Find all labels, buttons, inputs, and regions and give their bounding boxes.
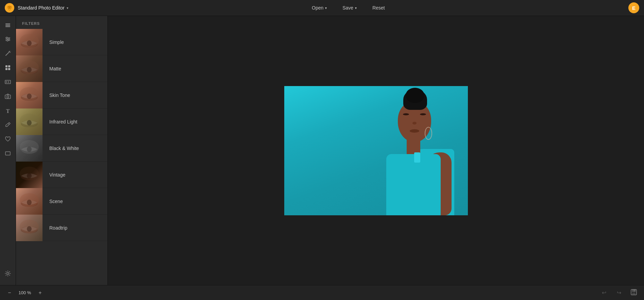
filter-label-simple: Simple — [43, 39, 64, 45]
filter-label-roadtrip: Roadtrip — [43, 225, 67, 231]
filter-panel: FILTERS Simple — [16, 16, 108, 285]
adjustments-button[interactable] — [2, 34, 14, 46]
plus-icon: + — [38, 290, 41, 296]
save-chevron-icon: ▾ — [355, 6, 357, 10]
minus-icon: − — [8, 290, 11, 296]
filmstrip-icon — [5, 79, 11, 86]
svg-rect-27 — [5, 152, 10, 155]
settings-icon — [5, 270, 11, 278]
zoom-controls: − 100 % + — [5, 289, 44, 297]
filter-thumb-inner-roadtrip — [16, 215, 43, 241]
svg-point-52 — [27, 200, 32, 205]
brush-button[interactable] — [2, 119, 14, 132]
photo-frame — [284, 86, 468, 215]
save-button[interactable]: Save ▾ — [340, 3, 359, 12]
svg-rect-23 — [8, 81, 9, 83]
zoom-level: 100 % — [16, 290, 33, 295]
filter-label-vintage: Vintage — [43, 172, 65, 178]
lips — [410, 129, 419, 133]
filter-thumb-skintone — [16, 82, 43, 109]
svg-rect-19 — [5, 68, 7, 70]
app-title: Standard Photo Editor — [18, 5, 65, 11]
text-button[interactable]: T — [2, 105, 14, 117]
filter-item-bw[interactable]: Black & White — [16, 135, 107, 162]
svg-point-13 — [9, 51, 10, 52]
topbar-actions: Open ▾ Save ▾ Reset — [68, 3, 628, 12]
filter-label-skintone: Skin Tone — [43, 93, 70, 98]
filters-button[interactable] — [2, 62, 14, 74]
svg-rect-4 — [5, 26, 10, 27]
filter-thumb-vintage — [16, 162, 43, 188]
earring — [425, 127, 432, 140]
undo-button[interactable]: ↩ — [599, 288, 609, 298]
svg-point-25 — [7, 96, 9, 98]
svg-rect-59 — [635, 290, 635, 291]
svg-point-37 — [27, 94, 32, 99]
reset-button[interactable]: Reset — [370, 3, 388, 12]
filter-item-roadtrip[interactable]: Roadtrip — [16, 215, 107, 241]
user-avatar[interactable]: E — [628, 2, 639, 13]
main-content: T — [0, 16, 644, 285]
layers-button[interactable] — [2, 19, 14, 32]
filter-item-vintage[interactable]: Vintage — [16, 162, 107, 188]
subject-figure — [352, 86, 454, 215]
left-eye — [403, 113, 409, 115]
zoom-in-button[interactable]: + — [36, 289, 44, 297]
filter-thumb-simple — [16, 29, 43, 55]
svg-point-34 — [27, 67, 32, 72]
filter-label-bw: Black & White — [43, 146, 79, 151]
filter-list: Simple Matte Skin To — [16, 29, 107, 285]
photo-canvas — [284, 86, 468, 215]
svg-line-26 — [8, 123, 9, 124]
save-to-disk-button[interactable] — [629, 288, 639, 298]
filter-thumb-inner-skintone — [16, 82, 43, 109]
filmstrip-button[interactable] — [2, 77, 14, 89]
dress — [386, 154, 441, 215]
redo-button[interactable]: ↪ — [614, 288, 624, 298]
filter-thumb-infrared — [16, 109, 43, 135]
zoom-out-button[interactable]: − — [5, 289, 14, 297]
filter-item-infrared[interactable]: Infrared Light — [16, 109, 107, 135]
filters-section-header: FILTERS — [16, 16, 107, 29]
save-label: Save — [342, 5, 353, 11]
svg-line-11 — [6, 52, 9, 55]
filter-label-scene: Scene — [43, 199, 63, 204]
tool-sidebar: T — [0, 16, 16, 285]
filter-item-simple[interactable]: Simple — [16, 29, 107, 55]
frame-icon — [5, 150, 11, 158]
dress-strap — [414, 152, 420, 163]
filter-thumb-inner-scene — [16, 188, 43, 215]
filter-item-skintone[interactable]: Skin Tone — [16, 82, 107, 109]
app-title-group[interactable]: Standard Photo Editor ▾ — [18, 5, 68, 11]
filter-item-matte[interactable]: Matte — [16, 55, 107, 82]
filter-thumb-inner-simple — [16, 29, 43, 55]
settings-button[interactable] — [2, 268, 14, 280]
heart-icon — [5, 136, 11, 144]
svg-rect-2 — [5, 23, 10, 24]
filter-thumb-inner-vintage — [16, 162, 43, 188]
svg-point-10 — [7, 40, 8, 41]
canvas-area[interactable] — [108, 16, 644, 285]
filter-thumb-roadtrip — [16, 215, 43, 241]
redo-icon: ↪ — [617, 289, 621, 296]
svg-rect-17 — [5, 65, 7, 67]
bottom-bar: − 100 % + ↩ ↪ — [0, 285, 644, 300]
magic-wand-button[interactable] — [2, 48, 14, 60]
filter-item-scene[interactable]: Scene — [16, 188, 107, 215]
filter-thumb-inner-infrared — [16, 109, 43, 135]
camera-button[interactable] — [2, 91, 14, 103]
hair-bun — [406, 88, 424, 103]
svg-point-6 — [6, 37, 7, 38]
svg-rect-20 — [8, 68, 10, 70]
svg-point-28 — [7, 272, 9, 274]
filter-grid-icon — [5, 65, 11, 72]
svg-point-49 — [27, 173, 32, 179]
filter-label-infrared: Infrared Light — [43, 119, 78, 124]
heart-button[interactable] — [2, 134, 14, 146]
filter-thumb-bw — [16, 135, 43, 162]
save-disk-icon — [630, 289, 637, 297]
open-button[interactable]: Open ▾ — [309, 3, 329, 12]
frame-button[interactable] — [2, 148, 14, 160]
svg-point-31 — [27, 40, 32, 46]
svg-rect-3 — [5, 25, 10, 26]
